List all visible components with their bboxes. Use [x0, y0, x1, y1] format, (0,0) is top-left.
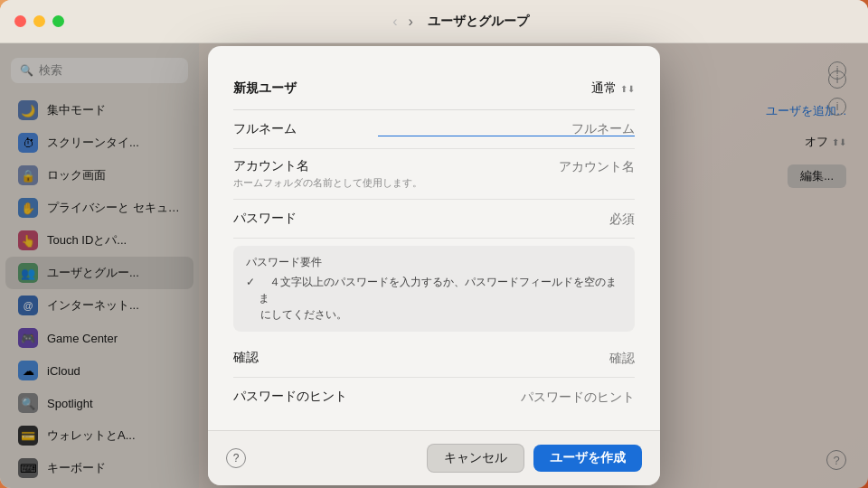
password-requirements: パスワード要件 ✓ ４文字以上のパスワードを入力するか、パスワードフィールドを空… [233, 246, 635, 332]
user-type-value: 通常 [591, 80, 617, 97]
cancel-button[interactable]: キャンセル [427, 444, 524, 473]
user-type-dropdown[interactable]: 通常 ⬆⬇ [591, 80, 635, 97]
req-text-2: にしてください。 [260, 306, 347, 323]
confirm-value [378, 352, 635, 365]
titlebar: ‹ › ユーザとグループ [0, 0, 868, 43]
create-user-modal: 新規ユーザ 通常 ⬆⬇ フルネーム アカウント名 [208, 46, 660, 485]
req-check-icon: ✓ [246, 274, 255, 290]
forward-arrow-icon[interactable]: › [405, 12, 417, 32]
confirm-input[interactable] [378, 352, 635, 365]
new-user-row: 新規ユーザ 通常 ⬆⬇ [233, 68, 635, 110]
close-button[interactable] [14, 15, 26, 27]
titlebar-center: ‹ › ユーザとグループ [64, 12, 854, 32]
confirm-label: 確認 [233, 350, 378, 366]
hint-label: パスワードのヒント [233, 389, 378, 405]
modal-overlay: 新規ユーザ 通常 ⬆⬇ フルネーム アカウント名 [0, 43, 868, 488]
nav-arrows: ‹ › [389, 12, 417, 32]
req-item-1: ✓ ４文字以上のパスワードを入力するか、パスワードフィールドを空のまま [246, 274, 622, 306]
dropdown-arrow-icon: ⬆⬇ [620, 84, 635, 94]
fullname-input[interactable] [378, 122, 635, 136]
new-user-label: 新規ユーザ [233, 80, 591, 97]
password-input[interactable] [378, 212, 635, 226]
back-arrow-icon[interactable]: ‹ [389, 12, 401, 32]
minimize-button[interactable] [33, 15, 45, 27]
hint-value [378, 390, 635, 404]
accountname-subtitle: ホームフォルダの名前として使用します。 [233, 176, 635, 190]
modal-footer: ? キャンセル ユーザを作成 [208, 430, 660, 485]
password-value [378, 212, 635, 226]
window-title: ユーザとグループ [428, 14, 529, 30]
traffic-lights [14, 15, 64, 27]
accountname-row: アカウント名 [233, 158, 635, 174]
req-item-2: にしてください。 [246, 306, 622, 323]
confirm-row: 確認 [233, 339, 635, 378]
req-title: パスワード要件 [246, 255, 622, 270]
accountname-label: アカウント名 [233, 158, 378, 174]
create-user-button[interactable]: ユーザを作成 [533, 445, 642, 472]
fullname-row: フルネーム [233, 110, 635, 149]
main-window: ‹ › ユーザとグループ 🔍 検索 🌙 集中モード ⏱ スクリーンタイ... 🔒 [0, 0, 868, 488]
req-text-1: ４文字以上のパスワードを入力するか、パスワードフィールドを空のまま [259, 274, 622, 306]
modal-body: 新規ユーザ 通常 ⬆⬇ フルネーム アカウント名 [208, 46, 660, 430]
modal-help-button[interactable]: ? [226, 448, 246, 468]
maximize-button[interactable] [52, 15, 64, 27]
password-row: パスワード [233, 200, 635, 239]
hint-input[interactable] [378, 390, 635, 404]
password-label: パスワード [233, 211, 378, 227]
hint-row: パスワードのヒント [233, 378, 635, 416]
fullname-value [378, 122, 635, 136]
accountname-input[interactable] [378, 160, 635, 174]
fullname-label: フルネーム [233, 121, 378, 137]
accountname-section: アカウント名 ホームフォルダの名前として使用します。 [233, 149, 635, 200]
accountname-value [378, 160, 635, 174]
